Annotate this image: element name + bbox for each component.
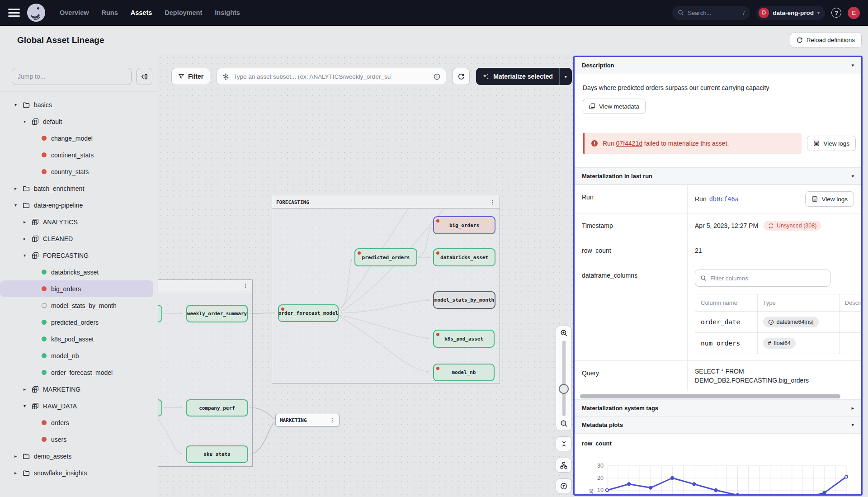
chevron-down-icon[interactable]: ▾ bbox=[851, 62, 854, 68]
nav-insights[interactable]: Insights bbox=[215, 9, 240, 16]
recenter-button[interactable] bbox=[556, 478, 572, 493]
caret-down-icon[interactable]: ▾ bbox=[24, 253, 32, 258]
menu-icon[interactable] bbox=[8, 9, 20, 17]
chevron-right-icon[interactable]: ▸ bbox=[851, 405, 854, 411]
sidebar-item-CLEANED[interactable]: ▸CLEANED bbox=[0, 230, 157, 247]
help-icon[interactable]: ? bbox=[831, 8, 841, 18]
sidebar-item-predicted_orders[interactable]: predicted_orders bbox=[0, 314, 157, 331]
graph-node-sku_stats[interactable]: sku_stats bbox=[186, 445, 248, 463]
sidebar-item-orders[interactable]: orders bbox=[0, 414, 157, 431]
chevron-down-icon[interactable]: ▾ bbox=[851, 422, 854, 428]
sidebar-item-model_stats_by_month[interactable]: model_stats_by_month bbox=[0, 297, 157, 314]
graph-group-MARKETING[interactable]: MARKETING⋮ bbox=[275, 414, 340, 426]
group-collapse-icon[interactable]: ⋮ bbox=[490, 199, 495, 205]
timestamp-value: Apr 5, 2023, 12:27 PM bbox=[695, 222, 758, 229]
sidebar-item-data-eng-pipeline[interactable]: ▾data-eng-pipeline bbox=[0, 197, 157, 213]
view-logs-button[interactable]: View logs bbox=[805, 191, 854, 207]
sidebar-item-RAW_DATA[interactable]: ▾RAW_DATA bbox=[0, 398, 157, 414]
info-icon[interactable] bbox=[434, 73, 440, 80]
filter-columns-input[interactable] bbox=[710, 275, 825, 282]
deployment-switcher[interactable]: D data-eng-prod ▾ bbox=[756, 6, 825, 20]
graph-node-k8s_pod_asset[interactable]: k8s_pod_asset bbox=[433, 330, 495, 348]
graph-node-partial[interactable] bbox=[158, 305, 162, 322]
graph-node-company_perf[interactable]: company_perf bbox=[186, 399, 248, 417]
sidebar-item-FORECASTING[interactable]: ▾FORECASTING bbox=[0, 247, 157, 264]
graph-node-order_forecast_model[interactable]: order_forecast_model bbox=[278, 304, 339, 322]
caret-down-icon[interactable]: ▾ bbox=[14, 203, 23, 208]
group-collapse-icon[interactable]: ⋮ bbox=[243, 283, 248, 289]
asset-subset-box[interactable] bbox=[217, 68, 446, 85]
run-id-link[interactable]: db0cf46a bbox=[709, 195, 739, 203]
graph-node-model_nb[interactable]: model_nb bbox=[433, 364, 495, 381]
global-search[interactable]: / bbox=[672, 6, 750, 20]
materialize-options-caret[interactable]: ▾ bbox=[559, 68, 572, 85]
horizontal-scrollbar[interactable] bbox=[580, 394, 840, 398]
dagster-logo-icon[interactable] bbox=[27, 4, 45, 22]
zoom-in-icon[interactable] bbox=[560, 329, 568, 337]
nav-assets[interactable]: Assets bbox=[131, 9, 152, 16]
layout-tree-button[interactable] bbox=[556, 458, 572, 473]
sidebar-item-default[interactable]: ▾default bbox=[0, 113, 157, 130]
sidebar-item-model_nb[interactable]: model_nb bbox=[0, 347, 157, 364]
jump-to-box[interactable] bbox=[12, 68, 132, 85]
zoom-slider-handle[interactable] bbox=[559, 384, 569, 394]
materialize-selected-button[interactable]: Materialize selected ▾ bbox=[476, 68, 572, 85]
caret-right-icon[interactable]: ▸ bbox=[14, 470, 23, 475]
sidebar-item-snowflake_insights[interactable]: ▸snowflake_insights bbox=[0, 464, 157, 481]
view-metadata-button[interactable]: View metadata bbox=[583, 99, 646, 114]
graph-node-model_stats_by_month[interactable]: model_stats_by_month bbox=[433, 291, 495, 309]
reload-definitions-button[interactable]: Reload definitions bbox=[790, 33, 862, 47]
sidebar-item-k8s_pod_asset[interactable]: k8s_pod_asset bbox=[0, 331, 157, 347]
collapse-groups-button[interactable] bbox=[556, 436, 572, 451]
caret-right-icon[interactable]: ▸ bbox=[24, 219, 32, 224]
sidebar-item-continent_stats[interactable]: continent_stats bbox=[0, 147, 157, 163]
filter-button[interactable]: Filter bbox=[171, 68, 210, 85]
asset-subset-input[interactable] bbox=[233, 73, 429, 80]
refresh-graph-button[interactable] bbox=[453, 68, 470, 85]
sidebar-item-change_model[interactable]: change_model bbox=[0, 130, 157, 147]
graph-node-weekly_order_summary[interactable]: weekly_order_summary bbox=[186, 305, 248, 322]
view-logs-button[interactable]: View logs bbox=[807, 136, 856, 151]
nav-overview[interactable]: Overview bbox=[60, 9, 89, 16]
materialization-section-header[interactable]: Materialization in last run ▾ bbox=[575, 167, 861, 185]
page-title: Global Asset Lineage bbox=[17, 35, 104, 45]
caret-down-icon[interactable]: ▾ bbox=[24, 403, 32, 408]
caret-down-icon[interactable]: ▾ bbox=[14, 102, 23, 107]
sidebar-item-basics[interactable]: ▾basics bbox=[0, 96, 157, 113]
group-collapse-icon[interactable]: ⋮ bbox=[330, 417, 335, 423]
nav-runs[interactable]: Runs bbox=[102, 9, 118, 16]
sidebar-item-big_orders[interactable]: big_orders bbox=[0, 280, 153, 297]
sidebar-item-MARKETING[interactable]: ▸MARKETING bbox=[0, 381, 157, 398]
filter-columns-box[interactable] bbox=[695, 270, 830, 287]
caret-right-icon[interactable]: ▸ bbox=[14, 186, 23, 191]
sidebar-item-demo_assets[interactable]: ▸demo_assets bbox=[0, 448, 157, 464]
collapse-sidebar-button[interactable] bbox=[136, 68, 152, 85]
unsynced-badge[interactable]: Unsynced (308) bbox=[764, 221, 821, 231]
search-input[interactable] bbox=[688, 9, 739, 16]
graph-node-databricks_asset[interactable]: databricks_asset bbox=[433, 248, 495, 266]
sidebar-item-users[interactable]: users bbox=[0, 431, 157, 448]
caret-right-icon[interactable]: ▸ bbox=[24, 387, 32, 392]
nav-deployment[interactable]: Deployment bbox=[165, 9, 202, 16]
lineage-canvas[interactable]: FORECASTING⋮⋮MARKETING⋮big_orderspredict… bbox=[158, 54, 573, 497]
sidebar-item-databricks_asset[interactable]: databricks_asset bbox=[0, 264, 157, 280]
system-tags-section-header[interactable]: Materialization system tags ▸ bbox=[575, 399, 861, 417]
jump-to-input[interactable] bbox=[18, 73, 126, 80]
zoom-out-icon[interactable] bbox=[560, 420, 568, 427]
sidebar-item-ANALYTICS[interactable]: ▸ANALYTICS bbox=[0, 213, 157, 230]
graph-node-predicted_orders[interactable]: predicted_orders bbox=[354, 248, 417, 266]
sidebar-item-country_stats[interactable]: country_stats bbox=[0, 163, 157, 180]
description-section-header[interactable]: Description ▾ bbox=[575, 57, 861, 74]
caret-down-icon[interactable]: ▾ bbox=[24, 119, 32, 124]
zoom-slider-track[interactable] bbox=[562, 341, 566, 416]
graph-node-partial[interactable] bbox=[158, 399, 162, 417]
sidebar-item-batch_enrichment[interactable]: ▸batch_enrichment bbox=[0, 180, 157, 197]
caret-right-icon[interactable]: ▸ bbox=[24, 236, 32, 241]
caret-right-icon[interactable]: ▸ bbox=[14, 454, 23, 459]
metadata-plots-section-header[interactable]: Metadata plots ▾ bbox=[575, 417, 861, 434]
failed-run-link[interactable]: 07f4421d bbox=[616, 140, 642, 147]
graph-node-big_orders[interactable]: big_orders bbox=[433, 216, 495, 234]
avatar[interactable]: E bbox=[848, 7, 860, 19]
chevron-down-icon[interactable]: ▾ bbox=[851, 173, 854, 179]
sidebar-item-order_forecast_model[interactable]: order_forecast_model bbox=[0, 364, 157, 381]
